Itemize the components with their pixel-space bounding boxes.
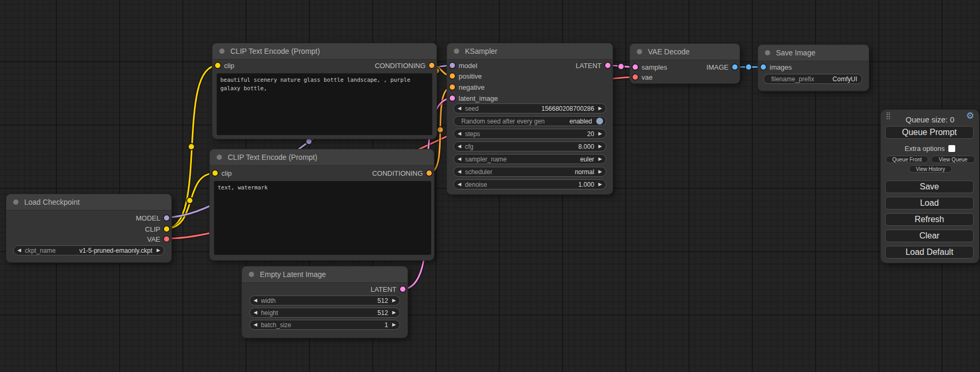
link-midpoint-dot (306, 138, 312, 145)
input-slot-vae: vae (633, 72, 653, 82)
load-button[interactable]: Load (885, 197, 974, 209)
collapse-dot-icon[interactable] (217, 155, 222, 160)
positive-prompt-textarea[interactable]: beautiful scenery nature glass bottle la… (217, 73, 432, 135)
widget-seed[interactable]: ◀ seed 156680208700286 ▶ (453, 103, 606, 113)
increment-icon[interactable]: ▶ (392, 298, 396, 303)
input-slot-latent-image: latent_image (450, 93, 498, 103)
positive-input-dot[interactable] (450, 73, 455, 79)
queue-prompt-button[interactable]: Queue Prompt (885, 126, 974, 139)
toggle-icon[interactable] (596, 118, 603, 125)
widget-label: height (261, 309, 278, 317)
image-output-dot[interactable] (732, 64, 738, 70)
negative-input-dot[interactable] (450, 84, 455, 90)
node-load-checkpoint[interactable]: Load Checkpoint MODEL CLIP VAE ◀ ckpt_na… (6, 194, 171, 262)
samples-input-dot[interactable] (633, 64, 638, 70)
collapse-dot-icon[interactable] (765, 50, 770, 55)
latent-output-dot[interactable] (605, 63, 610, 68)
widget-label: ckpt_name (25, 247, 56, 254)
prev-value-icon[interactable]: ◀ (458, 169, 461, 174)
widget-label: Random seed after every gen (461, 118, 545, 125)
conditioning-output-dot[interactable] (426, 170, 432, 176)
node-title-bar[interactable]: CLIP Text Encode (Prompt) (210, 149, 434, 166)
output-slot-model: MODEL (136, 213, 169, 223)
widget-value: enabled (569, 118, 592, 125)
node-empty-latent-image[interactable]: Empty Latent Image LATENT ◀ width 512 ▶ … (242, 266, 407, 338)
clear-button[interactable]: Clear (885, 230, 974, 242)
widget-label: seed (465, 105, 479, 112)
graph-canvas[interactable]: Load Checkpoint MODEL CLIP VAE ◀ ckpt_na… (0, 0, 980, 372)
node-title-bar[interactable]: Load Checkpoint (6, 194, 171, 211)
model-input-dot[interactable] (450, 63, 455, 68)
images-input-dot[interactable] (761, 64, 766, 70)
clip-input-dot[interactable] (212, 170, 218, 176)
load-default-button[interactable]: Load Default (885, 246, 974, 259)
collapse-dot-icon[interactable] (219, 49, 225, 54)
node-title-bar[interactable]: Empty Latent Image (242, 266, 407, 283)
clip-output-dot[interactable] (164, 226, 169, 232)
latent-image-input-dot[interactable] (450, 96, 455, 101)
model-output-dot[interactable] (164, 215, 169, 221)
prev-value-icon[interactable]: ◀ (458, 157, 461, 161)
widget-scheduler[interactable]: ◀ scheduler normal ▶ (453, 167, 606, 177)
extra-options-checkbox[interactable] (948, 145, 955, 152)
increment-icon[interactable]: ▶ (598, 182, 602, 187)
widget-height[interactable]: ◀ height 512 ▶ (249, 308, 400, 318)
queue-front-button[interactable]: Queue Front (886, 156, 928, 163)
input-slot-samples: samples (633, 62, 667, 72)
increment-icon[interactable]: ▶ (392, 322, 396, 327)
decrement-icon[interactable]: ◀ (458, 144, 461, 149)
clip-input-dot[interactable] (215, 63, 220, 68)
view-history-button[interactable]: View History (909, 165, 952, 173)
conditioning-output-dot[interactable] (429, 63, 434, 68)
widget-sampler-name[interactable]: ◀ sampler_name euler ▶ (453, 154, 606, 164)
widget-ckpt-name[interactable]: ◀ ckpt_name v1-5-pruned-emaonly.ckpt ▶ (13, 245, 164, 255)
view-queue-button[interactable]: View Queue (931, 156, 975, 163)
collapse-dot-icon[interactable] (454, 49, 459, 54)
next-value-icon[interactable]: ▶ (157, 248, 160, 253)
widget-filename-prefix[interactable]: filename_prefix ComfyUI (763, 74, 862, 84)
vae-output-dot[interactable] (164, 236, 169, 242)
widget-label: width (261, 297, 276, 304)
decrement-icon[interactable]: ◀ (458, 106, 461, 111)
save-button[interactable]: Save (885, 180, 974, 193)
vae-input-dot[interactable] (633, 74, 638, 80)
collapse-dot-icon[interactable] (637, 49, 642, 54)
decrement-icon[interactable]: ◀ (254, 310, 257, 315)
latent-output-dot[interactable] (400, 287, 405, 292)
increment-icon[interactable]: ▶ (392, 310, 396, 315)
negative-prompt-textarea[interactable]: text, watermark (214, 181, 431, 255)
decrement-icon[interactable]: ◀ (458, 131, 461, 136)
node-title-bar[interactable]: CLIP Text Encode (Prompt) (212, 43, 436, 60)
next-value-icon[interactable]: ▶ (598, 157, 602, 161)
widget-value: 1 (384, 321, 388, 329)
widget-random-seed-toggle[interactable]: Random seed after every gen enabled (453, 116, 606, 126)
node-title-bar[interactable]: VAE Decode (630, 44, 740, 60)
prev-value-icon[interactable]: ◀ (17, 248, 21, 253)
settings-gear-icon[interactable]: ⚙ (966, 111, 974, 120)
next-value-icon[interactable]: ▶ (598, 169, 602, 174)
widget-denoise[interactable]: ◀ denoise 1.000 ▶ (453, 179, 606, 189)
node-title-bar[interactable]: Save Image (758, 45, 869, 61)
input-slot-positive: positive (450, 71, 482, 81)
node-clip-text-encode-positive[interactable]: CLIP Text Encode (Prompt) clip CONDITION… (212, 43, 436, 139)
increment-icon[interactable]: ▶ (598, 106, 602, 111)
node-vae-decode[interactable]: VAE Decode samples vae IMAGE (630, 44, 740, 83)
decrement-icon[interactable]: ◀ (254, 322, 257, 327)
collapse-dot-icon[interactable] (13, 199, 18, 205)
widget-batch-size[interactable]: ◀ batch_size 1 ▶ (249, 320, 400, 330)
increment-icon[interactable]: ▶ (598, 144, 602, 149)
node-save-image[interactable]: Save Image images filename_prefix ComfyU… (758, 45, 869, 91)
refresh-button[interactable]: Refresh (885, 213, 974, 226)
node-title-bar[interactable]: KSampler (447, 43, 613, 60)
decrement-icon[interactable]: ◀ (458, 182, 461, 187)
node-ksampler[interactable]: KSampler model positive negative latent_… (447, 43, 613, 194)
increment-icon[interactable]: ▶ (598, 131, 602, 136)
widget-steps[interactable]: ◀ steps 20 ▶ (453, 129, 606, 139)
node-clip-text-encode-negative[interactable]: CLIP Text Encode (Prompt) clip CONDITION… (210, 149, 434, 260)
slot-label: CONDITIONING (372, 169, 423, 177)
widget-width[interactable]: ◀ width 512 ▶ (249, 295, 400, 306)
widget-cfg[interactable]: ◀ cfg 8.000 ▶ (453, 141, 606, 151)
output-slot-latent: LATENT (371, 284, 405, 294)
collapse-dot-icon[interactable] (249, 272, 254, 277)
decrement-icon[interactable]: ◀ (254, 298, 257, 303)
